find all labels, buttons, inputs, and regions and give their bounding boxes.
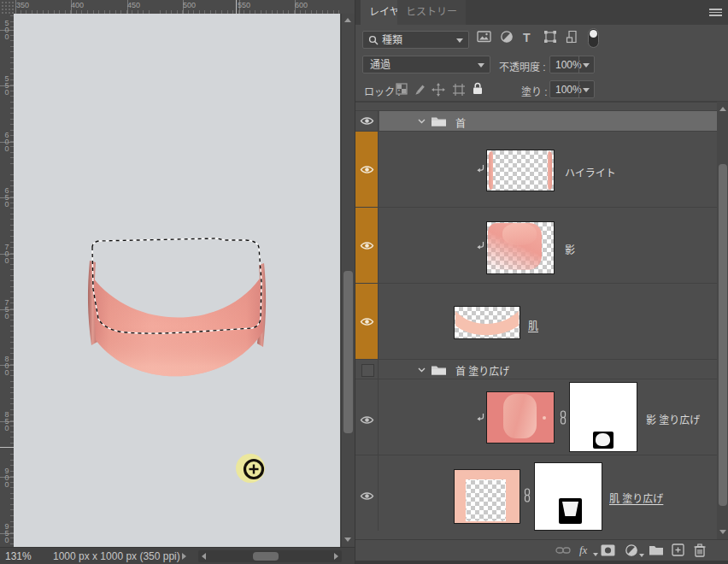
layers-panel: レイヤー ヒストリー 種類 T xyxy=(355,0,728,564)
canvas-vertical-scrollbar[interactable] xyxy=(341,14,355,547)
visibility-cell[interactable] xyxy=(355,360,379,379)
artwork xyxy=(14,14,340,547)
horizontal-ruler[interactable]: 350 400 450 500 550 600 xyxy=(14,0,340,15)
blend-mode-select[interactable]: 通過 xyxy=(362,56,490,73)
lock-transparency-icon[interactable] xyxy=(396,83,411,98)
visibility-cell[interactable] xyxy=(355,379,379,455)
vertical-ruler[interactable]: 500 550 600 650 700 750 800 850 900 950 xyxy=(0,14,15,547)
lock-all-icon[interactable] xyxy=(472,82,487,97)
ruler-ticks xyxy=(14,0,340,14)
ruler-origin-corner[interactable] xyxy=(0,0,15,15)
new-layer-button[interactable] xyxy=(672,543,687,558)
opacity-dropdown[interactable] xyxy=(578,56,594,73)
layer-name[interactable]: 影 塗り広げ xyxy=(646,412,700,426)
tab-history[interactable]: ヒストリー xyxy=(397,0,466,25)
canvas-horizontal-scrollbar[interactable] xyxy=(198,550,342,562)
eye-icon[interactable] xyxy=(360,317,374,326)
visibility-cell[interactable] xyxy=(355,208,379,283)
eye-icon[interactable] xyxy=(360,241,374,250)
layer-mask-thumbnail[interactable] xyxy=(569,382,637,452)
scroll-down-icon[interactable] xyxy=(344,538,351,542)
visibility-cell[interactable] xyxy=(355,111,379,131)
visibility-cell[interactable] xyxy=(355,284,379,359)
scroll-up-icon[interactable] xyxy=(344,18,351,22)
scroll-up-icon[interactable] xyxy=(719,107,726,111)
layer-list-scrollbar[interactable] xyxy=(717,102,728,539)
zoom-level[interactable]: 131% xyxy=(5,550,32,562)
filter-smart-object-icon[interactable] xyxy=(566,30,581,45)
mask-link-icon[interactable] xyxy=(559,410,567,425)
panel-tab-bar: レイヤー ヒストリー xyxy=(355,0,728,25)
layer-row-skin[interactable]: 肌 xyxy=(355,283,717,359)
new-adjustment-layer-button[interactable] xyxy=(625,543,640,558)
add-layer-mask-button[interactable] xyxy=(601,543,616,558)
layer-thumbnail[interactable] xyxy=(454,306,520,339)
layer-name[interactable]: 肌 xyxy=(528,318,538,332)
fill-input[interactable]: 100% xyxy=(549,80,595,98)
eye-icon[interactable] xyxy=(360,165,374,174)
clipping-mask-arrow-icon xyxy=(476,164,486,174)
layer-row-group-kubi-nurihiroge[interactable]: 首 塗り広げ xyxy=(355,359,717,379)
lock-artboard-icon[interactable] xyxy=(452,83,467,98)
filter-kind-select[interactable]: 種類 xyxy=(362,31,469,49)
scroll-right-icon[interactable] xyxy=(334,553,338,560)
visibility-cell[interactable] xyxy=(355,132,379,207)
eye-icon[interactable] xyxy=(360,415,374,425)
filter-adjustment-layers-icon[interactable] xyxy=(500,30,515,45)
filter-toggle-switch[interactable] xyxy=(588,28,599,48)
scroll-down-icon[interactable] xyxy=(719,530,726,534)
eye-icon[interactable] xyxy=(360,491,374,501)
layer-list-scroll-thumb[interactable] xyxy=(719,164,727,506)
lock-row: ロック : 塗り : 100% xyxy=(355,77,728,102)
layer-thumbnail[interactable] xyxy=(486,391,555,444)
layer-row-shadow[interactable]: 影 xyxy=(355,207,717,283)
layer-row-group-kubi[interactable]: 首 xyxy=(355,110,717,131)
filter-pixel-layers-icon[interactable] xyxy=(477,30,492,45)
clipping-mask-arrow-icon xyxy=(476,241,486,251)
document-info[interactable]: 1000 px x 1000 px (350 ppi) xyxy=(53,550,180,562)
new-group-button[interactable] xyxy=(649,543,664,558)
ruler-label: 550 xyxy=(2,74,11,95)
layer-thumbnail[interactable] xyxy=(486,150,555,191)
lock-pixels-brush-icon[interactable] xyxy=(414,83,429,98)
chevron-down-icon[interactable] xyxy=(418,367,426,373)
mask-link-icon[interactable] xyxy=(523,488,531,502)
eye-icon[interactable] xyxy=(360,116,374,126)
photoshop-window: { "canvas_area": { "ruler_top": ["350","… xyxy=(0,0,728,564)
lock-position-move-icon[interactable] xyxy=(432,83,447,98)
scroll-left-icon[interactable] xyxy=(202,553,206,560)
document-canvas[interactable] xyxy=(14,14,340,547)
fill-dropdown[interactable] xyxy=(578,81,594,97)
panel-bottom-strip xyxy=(355,561,728,564)
chevron-down-icon[interactable] xyxy=(418,119,426,124)
ruler-label: 550 xyxy=(238,1,250,9)
visibility-off-box[interactable] xyxy=(361,364,374,377)
layer-list: 首 ハイライト xyxy=(355,102,728,540)
layer-name[interactable]: 首 xyxy=(455,115,466,130)
filter-type-layers-icon[interactable]: T xyxy=(523,31,538,46)
layer-row-skin-nurihiroge[interactable]: 肌 塗り広げ xyxy=(355,455,717,531)
ruler-label: 450 xyxy=(127,1,140,9)
filter-shape-layers-icon[interactable] xyxy=(543,30,559,45)
layer-name[interactable]: 影 xyxy=(565,242,575,256)
opacity-input[interactable]: 100% xyxy=(549,56,595,73)
link-layers-button[interactable] xyxy=(555,543,571,558)
layer-style-fx-button[interactable]: fx xyxy=(579,542,595,556)
panel-menu-icon[interactable] xyxy=(709,9,722,16)
layer-row-shadow-nurihiroge[interactable]: 影 塗り広げ xyxy=(355,379,717,455)
layer-thumbnail[interactable] xyxy=(486,221,555,274)
search-icon xyxy=(368,35,379,45)
canvas-hscroll-thumb[interactable] xyxy=(253,552,279,561)
ruler-label: 400 xyxy=(71,1,84,9)
layer-mask-thumbnail[interactable] xyxy=(534,462,602,531)
layer-name[interactable]: 肌 塗り広げ xyxy=(609,491,663,505)
delete-layer-button[interactable] xyxy=(694,543,709,558)
canvas-vscroll-thumb[interactable] xyxy=(343,271,353,433)
layer-name[interactable]: 首 塗り広げ xyxy=(455,363,509,378)
layer-name[interactable]: ハイライト xyxy=(565,165,616,179)
blend-mode-value: 通過 xyxy=(370,56,390,74)
layer-thumbnail[interactable] xyxy=(454,469,520,524)
layer-row-highlight[interactable]: ハイライト xyxy=(355,131,717,207)
visibility-cell[interactable] xyxy=(355,455,379,531)
ruler-label: 800 xyxy=(2,355,11,375)
